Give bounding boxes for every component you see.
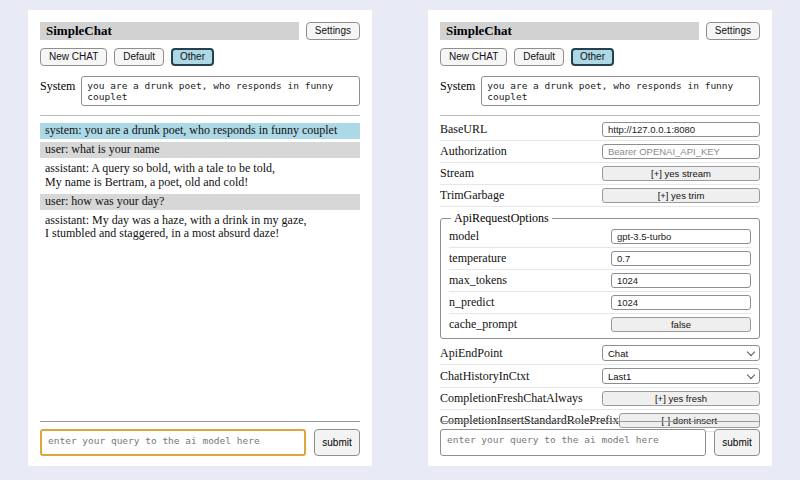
- session-tab-default[interactable]: Default: [114, 48, 164, 66]
- setting-row-apiendpoint: ApiEndPoint Chat: [440, 342, 760, 365]
- session-tab-other[interactable]: Other: [171, 48, 214, 66]
- settings-form: BaseURL Authorization Stream [+] yes str…: [440, 119, 760, 432]
- query-input[interactable]: [440, 429, 706, 456]
- max-tokens-label: max_tokens: [449, 273, 507, 288]
- settings-panel: SimpleChat Settings New CHAT Default Oth…: [428, 10, 772, 466]
- divider: [440, 421, 760, 422]
- setting-row-baseurl: BaseURL: [440, 119, 760, 141]
- setting-row-chathistoryinctxt: ChatHistoryInCtxt Last1: [440, 365, 760, 388]
- setting-row-temperature: temperature: [449, 248, 751, 270]
- cache-prompt-toggle-button[interactable]: false: [611, 317, 751, 332]
- app-title: SimpleChat: [440, 22, 699, 40]
- system-prompt-row: System you are a drunk poet, who respond…: [40, 76, 360, 106]
- setting-row-completionfreshchatalways: CompletionFreshChatAlways [+] yes fresh: [440, 388, 760, 410]
- chathistoryinctxt-select[interactable]: Last1: [602, 368, 760, 384]
- chat-message-assistant: assistant: My day was a haze, with a dri…: [40, 213, 360, 243]
- new-chat-button[interactable]: New CHAT: [40, 48, 107, 66]
- settings-button[interactable]: Settings: [706, 22, 760, 40]
- cache-prompt-label: cache_prompt: [449, 317, 517, 332]
- setting-row-authorization: Authorization: [440, 141, 760, 163]
- baseurl-label: BaseURL: [440, 122, 487, 137]
- settings-button[interactable]: Settings: [306, 22, 360, 40]
- completionfreshchatalways-toggle-button[interactable]: [+] yes fresh: [602, 391, 760, 406]
- system-prompt-row: System you are a drunk poet, who respond…: [440, 76, 760, 106]
- session-tab-other[interactable]: Other: [571, 48, 614, 66]
- max-tokens-input[interactable]: [611, 273, 751, 288]
- new-chat-button[interactable]: New CHAT: [440, 48, 507, 66]
- chat-message-user: user: what is your name: [40, 142, 360, 158]
- trimgarbage-toggle-button[interactable]: [+] yes trim: [602, 188, 760, 203]
- divider: [440, 115, 760, 116]
- baseurl-input[interactable]: [602, 122, 760, 137]
- setting-row-n-predict: n_predict: [449, 292, 751, 314]
- setting-row-trimgarbage: TrimGarbage [+] yes trim: [440, 185, 760, 207]
- setting-row-cache-prompt: cache_prompt false: [449, 314, 751, 335]
- system-prompt-label: System: [440, 76, 475, 94]
- authorization-input[interactable]: [602, 144, 760, 159]
- api-request-options-legend: ApiRequestOptions: [451, 211, 552, 226]
- system-prompt-input[interactable]: you are a drunk poet, who responds in fu…: [81, 76, 360, 106]
- stream-label: Stream: [440, 166, 474, 181]
- query-bar: submit: [40, 421, 360, 456]
- apiendpoint-select[interactable]: Chat: [602, 345, 760, 361]
- trimgarbage-label: TrimGarbage: [440, 188, 504, 203]
- setting-row-max-tokens: max_tokens: [449, 270, 751, 292]
- n-predict-label: n_predict: [449, 295, 494, 310]
- n-predict-input[interactable]: [611, 295, 751, 310]
- session-row: New CHAT Default Other: [40, 48, 360, 66]
- submit-button[interactable]: submit: [314, 429, 360, 456]
- temperature-input[interactable]: [611, 251, 751, 266]
- titlebar-row: SimpleChat Settings: [40, 22, 360, 40]
- chat-message-system: system: you are a drunk poet, who respon…: [40, 123, 360, 139]
- query-input[interactable]: [40, 429, 306, 456]
- chat-panel: SimpleChat Settings New CHAT Default Oth…: [28, 10, 372, 466]
- setting-row-stream: Stream [+] yes stream: [440, 163, 760, 185]
- stream-toggle-button[interactable]: [+] yes stream: [602, 166, 760, 181]
- divider: [40, 115, 360, 116]
- app-title: SimpleChat: [40, 22, 299, 40]
- completionfreshchatalways-label: CompletionFreshChatAlways: [440, 391, 583, 406]
- model-input[interactable]: [611, 229, 751, 244]
- session-row: New CHAT Default Other: [440, 48, 760, 66]
- temperature-label: temperature: [449, 251, 506, 266]
- session-tab-default[interactable]: Default: [514, 48, 564, 66]
- setting-row-model: model: [449, 226, 751, 248]
- chat-message-list: system: you are a drunk poet, who respon…: [40, 123, 360, 242]
- apiendpoint-label: ApiEndPoint: [440, 346, 503, 361]
- titlebar-row: SimpleChat Settings: [440, 22, 760, 40]
- authorization-label: Authorization: [440, 144, 507, 159]
- query-bar: submit: [440, 421, 760, 456]
- chathistoryinctxt-label: ChatHistoryInCtxt: [440, 369, 529, 384]
- system-prompt-input[interactable]: you are a drunk poet, who responds in fu…: [481, 76, 760, 106]
- system-prompt-label: System: [40, 76, 75, 94]
- chat-message-user: user: how was your day?: [40, 194, 360, 210]
- model-label: model: [449, 229, 479, 244]
- chat-message-assistant: assistant: A query so bold, with a tale …: [40, 161, 360, 191]
- api-request-options-fieldset: ApiRequestOptions model temperature max_…: [440, 211, 760, 339]
- divider: [40, 421, 360, 422]
- submit-button[interactable]: submit: [714, 429, 760, 456]
